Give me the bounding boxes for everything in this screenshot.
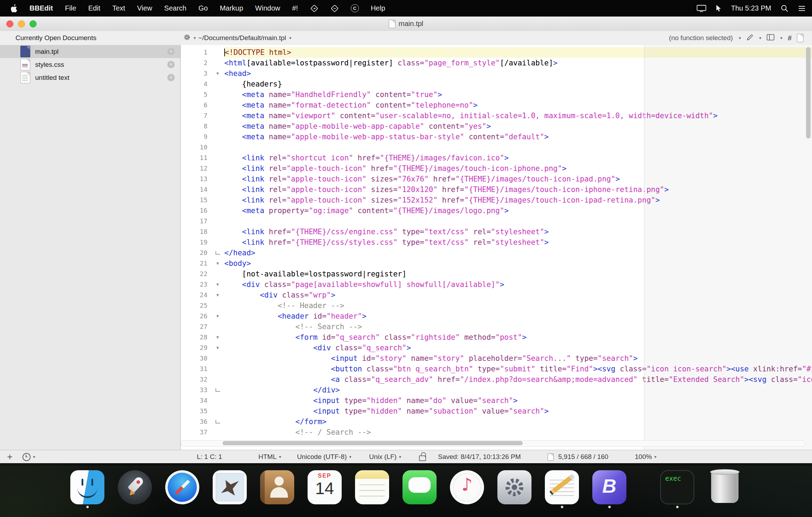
- code-line-36[interactable]: 36 </form>: [181, 416, 812, 427]
- title-bar[interactable]: main.tpl: [0, 17, 812, 31]
- split-panes-icon[interactable]: [767, 34, 774, 42]
- fold-open-icon[interactable]: ▼: [211, 68, 224, 79]
- code-line-24[interactable]: 24▼ <div class="wrp">: [181, 290, 812, 300]
- fold-end-icon[interactable]: [211, 385, 224, 395]
- code-line-28[interactable]: 28▼ <form id="q_search" class="rightside…: [181, 332, 812, 343]
- dock-launchpad[interactable]: [118, 470, 152, 507]
- menu-item-view[interactable]: View: [131, 0, 158, 17]
- code-line-22[interactable]: 22 [not-available=lostpassword|register]: [181, 269, 812, 279]
- hash-icon[interactable]: #: [788, 34, 792, 42]
- code-line-16[interactable]: 16 <meta property="og:image" content="{T…: [181, 205, 812, 216]
- pointer-icon[interactable]: [716, 5, 721, 12]
- code-line-23[interactable]: 23▼ <div class="page[available=showfull]…: [181, 279, 812, 290]
- close-document-icon[interactable]: ×: [167, 74, 175, 81]
- code-line-33[interactable]: 33 </div>: [181, 385, 812, 395]
- dock-calendar[interactable]: SEP14: [308, 470, 342, 507]
- fold-open-icon[interactable]: ▼: [211, 343, 224, 353]
- dock-bbedit[interactable]: B: [592, 470, 626, 507]
- code-line-8[interactable]: 8 <meta name="apple-mobile-web-app-capab…: [181, 121, 812, 132]
- code-line-29[interactable]: 29▼ <div class="q_search">: [181, 343, 812, 353]
- close-document-icon[interactable]: ×: [167, 48, 175, 55]
- dock-itunes[interactable]: ♪: [450, 470, 484, 507]
- code-line-2[interactable]: 2<html[available=lostpassword|register] …: [181, 58, 812, 68]
- add-document-button[interactable]: +: [7, 450, 13, 464]
- fold-open-icon[interactable]: ▼: [211, 311, 224, 321]
- fold-open-icon[interactable]: ▼: [211, 258, 224, 269]
- menu-item-edit[interactable]: Edit: [82, 0, 106, 17]
- notification-center-icon[interactable]: [798, 5, 806, 12]
- code-line-27[interactable]: 27 <!-- Search -->: [181, 321, 812, 332]
- code-line-1[interactable]: 1<!DOCTYPE html>: [181, 47, 812, 58]
- spotlight-search-icon[interactable]: [781, 5, 788, 12]
- menu-item-search[interactable]: Search: [158, 0, 192, 17]
- code-line-13[interactable]: 13 <link rel="apple-touch-icon" sizes="7…: [181, 174, 812, 184]
- dock-trash[interactable]: [708, 470, 742, 507]
- code-line-32[interactable]: 32 <a class="q_search_adv" href="/index.…: [181, 374, 812, 385]
- code-line-21[interactable]: 21▼<body>: [181, 258, 812, 269]
- dock-mail[interactable]: [213, 470, 247, 507]
- code-line-10[interactable]: 10: [181, 142, 812, 153]
- code-line-26[interactable]: 26▼ <header id="header">: [181, 311, 812, 321]
- encoding-menu[interactable]: Unicode (UTF-8) ▾: [297, 450, 352, 464]
- sidebar-item-styles-css[interactable]: styles.css×: [0, 58, 180, 71]
- new-document-icon[interactable]: [797, 34, 804, 42]
- c-circle-icon[interactable]: C: [345, 0, 365, 17]
- menu-clock[interactable]: Thu 5:23 PM: [731, 4, 771, 12]
- automator-diamond-icon[interactable]: [304, 0, 324, 17]
- code-line-31[interactable]: 31 <button class="btn q_search_btn" type…: [181, 364, 812, 374]
- pencil-icon[interactable]: [746, 34, 753, 43]
- code-line-3[interactable]: 3▼<head>: [181, 68, 812, 79]
- menu-item-bbedit[interactable]: BBEdit: [24, 0, 59, 17]
- unlocked-padlock-icon[interactable]: [419, 450, 426, 464]
- dock-exec[interactable]: exec: [660, 470, 694, 507]
- code-line-25[interactable]: 25 <!-- Header -->: [181, 300, 812, 311]
- language-menu[interactable]: HTML ▾: [258, 450, 281, 464]
- menu-item-text[interactable]: Text: [106, 0, 131, 17]
- editor[interactable]: 1<!DOCTYPE html>2<html[available=lostpas…: [181, 45, 812, 450]
- dock-system-preferences[interactable]: [497, 470, 531, 507]
- sidebar-item-untitled-text[interactable]: untitled text×: [0, 71, 180, 84]
- apple-icon[interactable]: [5, 0, 24, 17]
- code-line-17[interactable]: 17: [181, 216, 812, 226]
- code-line-15[interactable]: 15 <link rel="apple-touch-icon" sizes="1…: [181, 195, 812, 205]
- document-path[interactable]: ~/Documents/Default/main.tpl: [198, 34, 286, 42]
- fold-open-icon[interactable]: ▼: [211, 332, 224, 343]
- code-line-5[interactable]: 5 <meta name="HandheldFriendly" content=…: [181, 89, 812, 100]
- line-endings-menu[interactable]: Unix (LF) ▾: [369, 450, 401, 464]
- code-line-18[interactable]: 18 <link href="{THEME}/css/engine.css" t…: [181, 226, 812, 237]
- gear-icon[interactable]: [183, 34, 191, 43]
- code-line-35[interactable]: 35 <input type="hidden" name="subaction"…: [181, 406, 812, 416]
- menu-item-go[interactable]: Go: [192, 0, 214, 17]
- display-icon[interactable]: [697, 5, 706, 12]
- script-diamond-icon[interactable]: [324, 0, 345, 17]
- close-document-icon[interactable]: ×: [167, 61, 175, 68]
- code-line-19[interactable]: 19 <link href="{THEME}/css/styles.css" t…: [181, 237, 812, 248]
- menu-item-help[interactable]: Help: [365, 0, 391, 17]
- fold-open-icon[interactable]: ▼: [211, 279, 224, 290]
- dock-notes[interactable]: [355, 470, 389, 507]
- menu-item-window[interactable]: Window: [249, 0, 286, 17]
- code-line-7[interactable]: 7 <meta name="viewport" content="user-sc…: [181, 110, 812, 121]
- menu-item-markup[interactable]: Markup: [214, 0, 249, 17]
- code-line-12[interactable]: 12 <link rel="apple-touch-icon" href="{T…: [181, 163, 812, 174]
- recent-documents-button[interactable]: ▾: [22, 450, 35, 464]
- sidebar-item-main-tpl[interactable]: main.tpl×: [0, 45, 180, 58]
- code-line-6[interactable]: 6 <meta name="format-detection" content=…: [181, 100, 812, 110]
- zoom-menu[interactable]: 100% ▾: [635, 450, 657, 464]
- code-line-20[interactable]: 20</head>: [181, 248, 812, 258]
- code-line-9[interactable]: 9 <meta name="apple-mobile-web-app-statu…: [181, 132, 812, 142]
- fold-open-icon[interactable]: ▼: [211, 290, 224, 300]
- function-selector[interactable]: (no function selected): [669, 34, 733, 42]
- code-line-11[interactable]: 11 <link rel="shortcut icon" href="{THEM…: [181, 153, 812, 163]
- menu-item-scripts[interactable]: #!: [286, 0, 304, 17]
- document-proxy-icon[interactable]: [389, 20, 395, 28]
- dock-textedit[interactable]: [545, 470, 579, 507]
- vertical-scrollbar[interactable]: [806, 47, 811, 139]
- fold-end-icon[interactable]: [211, 416, 224, 427]
- code-line-37[interactable]: 37 <!-- / Search -->: [181, 427, 812, 438]
- dock-finder[interactable]: [70, 470, 104, 507]
- dock-safari[interactable]: [165, 470, 199, 507]
- fold-end-icon[interactable]: [211, 248, 224, 258]
- code-line-4[interactable]: 4 {headers}: [181, 79, 812, 89]
- code-line-34[interactable]: 34 <input type="hidden" name="do" value=…: [181, 395, 812, 406]
